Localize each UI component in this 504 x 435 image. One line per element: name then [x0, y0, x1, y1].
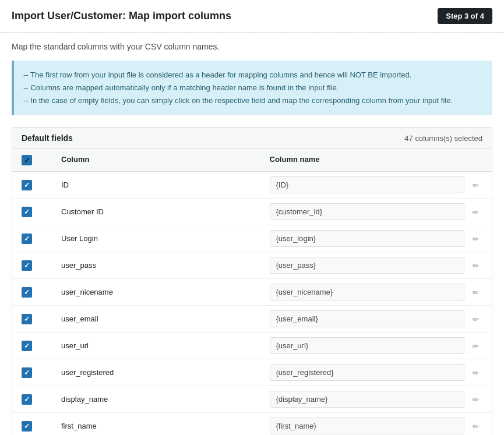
checkmark-icon-3: ✓ — [24, 262, 30, 269]
row-checkbox-0[interactable]: ✓ — [22, 180, 32, 190]
column-header-row: ✓ Column Column name — [12, 149, 492, 172]
pencil-icon-5 — [473, 314, 479, 324]
row-checkbox-8[interactable]: ✓ — [22, 394, 32, 405]
row-label-5: user_email — [57, 314, 270, 323]
header-checkbox-cell: ✓ — [22, 155, 57, 165]
row-checkbox-5[interactable]: ✓ — [22, 314, 32, 324]
row-label-2: User Login — [57, 234, 270, 243]
pencil-icon-7 — [473, 368, 479, 377]
select-all-checkbox[interactable]: ✓ — [22, 155, 32, 165]
table-row: ✓ Customer ID — [12, 199, 492, 225]
edit-button-9[interactable] — [469, 419, 482, 433]
column-header-label: Column — [57, 155, 270, 165]
page-body: Map the standard columns with your CSV c… — [0, 33, 504, 435]
row-checkbox-3[interactable]: ✓ — [22, 260, 32, 271]
edit-button-8[interactable] — [469, 392, 482, 406]
row-value-cell-5 — [270, 310, 483, 327]
column-input-7[interactable] — [270, 364, 465, 381]
row-label-6: user_url — [57, 341, 270, 350]
edit-button-4[interactable] — [469, 285, 482, 299]
edit-button-2[interactable] — [469, 232, 482, 246]
row-checkbox-cell-4: ✓ — [22, 287, 57, 298]
pencil-icon-1 — [473, 207, 479, 217]
checkmark-icon-4: ✓ — [24, 289, 30, 296]
row-checkbox-cell-3: ✓ — [22, 260, 57, 271]
checkmark-icon-5: ✓ — [24, 316, 30, 323]
info-box: -- The first row from your input file is… — [12, 61, 492, 115]
column-input-6[interactable] — [270, 337, 465, 354]
edit-button-5[interactable] — [469, 312, 482, 326]
page-container: Import User/Customer: Map import columns… — [0, 0, 504, 435]
table-row: ✓ ID — [12, 172, 492, 199]
row-value-cell-7 — [270, 364, 483, 381]
row-checkbox-cell-1: ✓ — [22, 207, 57, 217]
row-value-cell-1 — [270, 203, 483, 220]
column-input-2[interactable] — [270, 230, 465, 247]
pencil-icon-6 — [473, 341, 479, 351]
row-checkbox-6[interactable]: ✓ — [22, 341, 32, 351]
row-value-cell-0 — [270, 176, 483, 193]
table-row: ✓ user_nicename — [12, 279, 492, 306]
header-check-icon: ✓ — [24, 156, 30, 165]
column-input-3[interactable] — [270, 257, 465, 274]
column-input-1[interactable] — [270, 203, 465, 220]
row-checkbox-1[interactable]: ✓ — [22, 207, 32, 217]
row-label-9: first_name — [57, 422, 270, 430]
checkmark-icon-0: ✓ — [24, 182, 30, 189]
checkmark-icon-9: ✓ — [24, 423, 30, 430]
table-row: ✓ display_name — [12, 386, 492, 413]
column-input-4[interactable] — [270, 284, 465, 300]
row-checkbox-cell-8: ✓ — [22, 394, 57, 405]
page-header: Import User/Customer: Map import columns… — [0, 0, 504, 33]
row-label-3: user_pass — [57, 261, 270, 270]
row-value-cell-8 — [270, 391, 483, 408]
table-row: ✓ user_pass — [12, 252, 492, 279]
row-label-7: user_registered — [57, 368, 270, 377]
row-checkbox-9[interactable]: ✓ — [22, 421, 32, 432]
section-title: Default fields — [22, 133, 73, 143]
info-message-2: -- Columns are mapped automatically only… — [23, 82, 483, 94]
edit-button-6[interactable] — [469, 339, 482, 353]
info-message-1: -- The first row from your input file is… — [23, 69, 483, 82]
row-value-cell-2 — [270, 230, 483, 247]
pencil-icon-0 — [473, 181, 479, 190]
row-label-1: Customer ID — [57, 207, 270, 216]
column-input-0[interactable] — [270, 176, 465, 193]
checkmark-icon-7: ✓ — [24, 369, 30, 376]
edit-button-7[interactable] — [469, 366, 482, 380]
checkmark-icon-1: ✓ — [24, 208, 30, 215]
row-checkbox-cell-7: ✓ — [22, 367, 57, 378]
edit-button-3[interactable] — [469, 259, 482, 273]
info-message-3: -- In the case of empty fields, you can … — [23, 94, 483, 107]
pencil-icon-9 — [473, 422, 479, 431]
row-checkbox-cell-9: ✓ — [22, 421, 57, 432]
row-checkbox-2[interactable]: ✓ — [22, 234, 32, 244]
row-label-8: display_name — [57, 395, 270, 404]
table-row: ✓ user_url — [12, 333, 492, 359]
pencil-icon-8 — [473, 395, 479, 404]
row-checkbox-cell-0: ✓ — [22, 180, 57, 190]
edit-button-0[interactable] — [469, 178, 482, 192]
row-checkbox-cell-5: ✓ — [22, 314, 57, 324]
row-label-0: ID — [57, 181, 270, 189]
checkmark-icon-2: ✓ — [24, 235, 30, 242]
row-checkbox-4[interactable]: ✓ — [22, 287, 32, 298]
row-value-cell-9 — [270, 418, 483, 434]
row-checkbox-cell-6: ✓ — [22, 341, 57, 351]
column-input-8[interactable] — [270, 391, 465, 408]
mapping-table: Default fields 47 columns(s) selected ✓ … — [12, 127, 492, 435]
row-checkbox-7[interactable]: ✓ — [22, 367, 32, 378]
row-label-4: user_nicename — [57, 288, 270, 296]
edit-button-1[interactable] — [469, 205, 482, 219]
table-section-header: Default fields 47 columns(s) selected — [12, 128, 492, 149]
row-value-cell-6 — [270, 337, 483, 354]
pencil-icon-2 — [473, 234, 479, 243]
table-row: ✓ user_registered — [12, 359, 492, 386]
column-input-9[interactable] — [270, 418, 465, 434]
step-badge: Step 3 of 4 — [438, 8, 492, 24]
columns-selected-count: 47 columns(s) selected — [404, 134, 482, 143]
table-row: ✓ first_name — [12, 413, 492, 435]
column-input-5[interactable] — [270, 310, 465, 327]
row-checkbox-cell-2: ✓ — [22, 234, 57, 244]
table-rows-container: ✓ ID ✓ Customer ID — [12, 172, 492, 435]
